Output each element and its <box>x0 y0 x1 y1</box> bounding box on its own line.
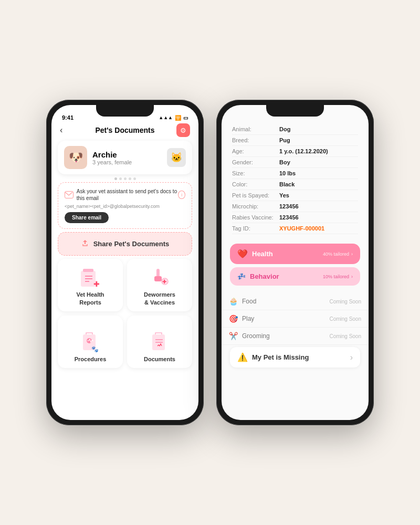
play-row[interactable]: 🎯 Play Coming Soon <box>222 310 369 328</box>
email-card: Ask your vet assistant to send pet's doc… <box>58 182 192 229</box>
page-title: Pet's Documents <box>95 126 154 134</box>
grooming-row-left: ✂️ Grooming <box>229 332 270 340</box>
phone-2: Animal: Dog Breed: Pug Age: 1 y.o. (12.1… <box>216 100 374 425</box>
food-icon: 🧁 <box>229 297 238 306</box>
info-row-breed: Breed: Pug <box>232 135 358 146</box>
info-row-rabies: Rabies Vaccine: 123456 <box>232 212 358 223</box>
grooming-status: Coming Soon <box>329 333 361 339</box>
email-address: <pet_name><pet_id>@globalpetsecurity.com <box>65 204 185 209</box>
share-docs-label: Share Pet's Documents <box>93 240 170 248</box>
procedures-label: Procedures <box>75 355 107 363</box>
info-icon[interactable]: i <box>178 191 185 199</box>
play-label: Play <box>242 315 254 322</box>
behavior-right: 10% tailored › <box>323 274 353 279</box>
pet-name: Archie <box>92 150 132 159</box>
behavior-chevron: › <box>351 274 353 279</box>
label-breed: Breed: <box>232 137 279 143</box>
notch-1 <box>96 105 154 117</box>
behavior-icon: 💤 <box>237 272 246 280</box>
documents-icon <box>146 331 173 352</box>
grooming-icon: ✂️ <box>229 332 238 340</box>
feature-list: ❤️ Health 40% tailored › 💤 Behavior <box>222 239 369 293</box>
carousel-dots <box>51 177 198 180</box>
label-size: Size: <box>232 170 279 176</box>
label-microchip: Microchip: <box>232 203 279 209</box>
settings-button[interactable]: ⚙ <box>176 123 190 137</box>
food-row[interactable]: 🧁 Food Coming Soon <box>222 293 369 310</box>
info-row-animal: Animal: Dog <box>232 124 358 135</box>
value-color: Black <box>279 181 295 187</box>
info-row-tagid: Tag ID: XYUGHF-000001 <box>232 223 358 234</box>
behavior-card-left: 💤 Behavior <box>237 272 279 280</box>
dot-4 <box>129 177 131 180</box>
phone-1: 9:41 ▲▲▲ 🛜 ▭ ‹ Pet's Documents ⚙ 🐶 <box>46 100 204 425</box>
dot-5 <box>133 177 136 180</box>
health-card[interactable]: ❤️ Health 40% tailored › <box>230 244 360 264</box>
missing-icon: ⚠️ <box>237 352 248 362</box>
behavior-card[interactable]: 💤 Behavior 10% tailored › <box>230 267 360 286</box>
menu-item-dewormers[interactable]: ✚ Dewormers& Vaccines <box>127 259 192 311</box>
food-row-left: 🧁 Food <box>229 297 256 306</box>
share-email-button[interactable]: Share email <box>65 212 109 223</box>
pet-info: 🐶 Archie 3 years, female <box>64 146 132 169</box>
dewormers-icon: ✚ <box>146 267 173 288</box>
email-header: Ask your vet assistant to send pet's doc… <box>65 188 185 202</box>
behavior-pct: 10% tailored <box>323 274 349 279</box>
pet-details: Archie 3 years, female <box>92 150 132 165</box>
share-docs-button[interactable]: Share Pet's Documents <box>58 232 192 256</box>
grooming-row[interactable]: ✂️ Grooming Coming Soon <box>222 328 369 345</box>
status-icons-1: ▲▲▲ 🛜 ▭ <box>159 115 188 121</box>
label-color: Color: <box>232 181 279 187</box>
missing-label: My Pet is Missing <box>252 353 309 361</box>
share-icon <box>81 239 89 249</box>
grooming-label: Grooming <box>242 332 270 340</box>
info-section: Animal: Dog Breed: Pug Age: 1 y.o. (12.1… <box>222 105 369 239</box>
battery-icon: ▭ <box>183 115 188 121</box>
info-row-color: Color: Black <box>232 179 358 190</box>
label-animal: Animal: <box>232 126 279 132</box>
missing-pet-row[interactable]: ⚠️ My Pet is Missing › <box>230 347 360 368</box>
pet-card[interactable]: 🐶 Archie 3 years, female 🐱 <box>58 141 192 174</box>
email-icon <box>65 191 74 198</box>
value-age: 1 y.o. (12.12.2020) <box>279 148 328 154</box>
missing-left: ⚠️ My Pet is Missing <box>237 352 309 362</box>
gear-icon: ⚙ <box>180 127 186 134</box>
play-status: Coming Soon <box>329 316 361 322</box>
second-pet-avatar[interactable]: 🐱 <box>167 148 186 167</box>
label-age: Age: <box>232 148 279 154</box>
info-row-spayed: Pet is Spayed: Yes <box>232 190 358 201</box>
signal-icon: ▲▲▲ <box>159 115 173 120</box>
menu-item-procedures[interactable]: 🐾 Procedures <box>58 316 123 368</box>
feature-rows: 🧁 Food Coming Soon 🎯 Play Coming Soon ✂️ <box>222 293 369 345</box>
food-status: Coming Soon <box>329 299 361 304</box>
dot-3 <box>124 177 127 180</box>
info-row-size: Size: 10 lbs <box>232 168 358 179</box>
back-button[interactable]: ‹ <box>60 125 62 135</box>
label-gender: Gender: <box>232 159 279 165</box>
food-label: Food <box>242 298 256 305</box>
menu-item-vet-health[interactable]: ✚ Vet HealthReports <box>58 259 123 311</box>
procedures-icon: 🐾 <box>77 331 103 352</box>
dewormers-label: Dewormers& Vaccines <box>144 291 175 306</box>
svg-text:✚: ✚ <box>93 280 100 288</box>
health-chevron: › <box>351 251 353 257</box>
health-card-left: ❤️ Health <box>237 249 273 259</box>
value-microchip: 123456 <box>279 203 299 209</box>
dot-2 <box>119 177 122 180</box>
pet-age: 3 years, female <box>92 159 132 165</box>
value-tagid: XYUGHF-000001 <box>279 225 324 232</box>
menu-item-documents[interactable]: Documents <box>127 316 192 368</box>
menu-grid: ✚ Vet HealthReports ✚ <box>58 259 192 368</box>
behavior-label: Behavior <box>250 272 279 280</box>
email-icon-row: Ask your vet assistant to send pet's doc… <box>65 188 178 202</box>
value-size: 10 lbs <box>279 170 296 176</box>
info-row-microchip: Microchip: 123456 <box>232 201 358 212</box>
wifi-icon: 🛜 <box>175 115 181 121</box>
label-tagid: Tag ID: <box>232 225 279 232</box>
label-spayed: Pet is Spayed: <box>232 192 279 198</box>
health-right: 40% tailored › <box>323 251 353 257</box>
health-icon: ❤️ <box>237 249 248 259</box>
avatar: 🐶 <box>64 146 87 169</box>
value-gender: Boy <box>279 159 290 165</box>
health-pct: 40% tailored <box>323 251 349 257</box>
